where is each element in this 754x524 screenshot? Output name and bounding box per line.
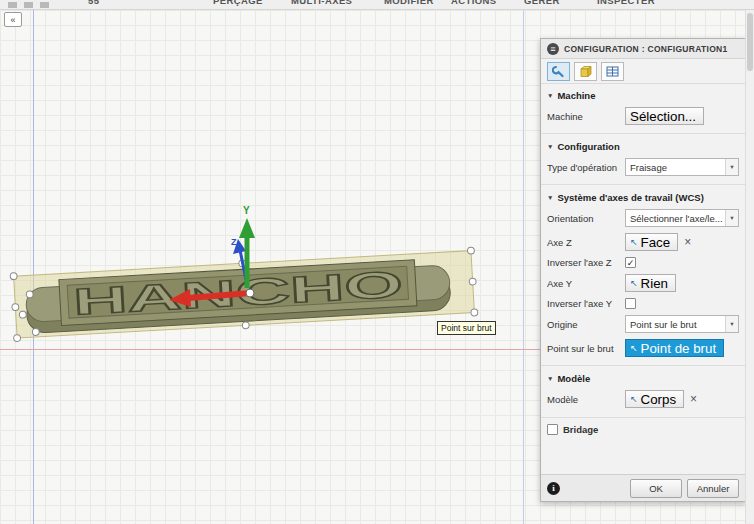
operation-type-value: Fraisage <box>630 162 725 173</box>
ribbon-toolbar: 55 PERÇAGE MULTI-AXES MODIFIER ACTIONS G… <box>0 0 754 10</box>
axis-z-clear-icon[interactable]: × <box>682 236 693 248</box>
origin-label: Origine <box>547 319 625 330</box>
origin-value: Point sur le brut <box>630 319 725 330</box>
info-icon[interactable]: i <box>547 482 560 495</box>
tab-stock[interactable] <box>574 62 597 81</box>
model-clear-icon[interactable]: × <box>688 393 699 405</box>
section-wcs-title: Système d'axes de travail (WCS) <box>557 192 703 203</box>
browser-collapse-button[interactable]: « <box>4 12 22 27</box>
ribbon-tool-icon[interactable] <box>24 2 33 8</box>
stock-point-label: Point sur le brut <box>547 343 625 354</box>
dialog-titlebar[interactable]: ≡ CONFIGURATION : CONFIGURATION1 <box>541 39 745 59</box>
machine-select-button[interactable]: Sélection... <box>625 107 704 125</box>
section-configuration-title: Configuration <box>557 141 619 152</box>
origin-row: Origine Point sur le brut ▼ <box>541 312 745 336</box>
chevron-down-icon: ▼ <box>725 316 738 332</box>
fusion-manufacture-app: 55 PERÇAGE MULTI-AXES MODIFIER ACTIONS G… <box>0 0 754 524</box>
operation-type-dropdown[interactable]: Fraisage ▼ <box>625 158 739 176</box>
orientation-value: Sélectionner l'axe/le... <box>630 213 725 224</box>
section-machine-title: Machine <box>557 90 595 101</box>
divider <box>541 184 745 185</box>
section-model-title: Modèle <box>557 373 590 384</box>
dialog-footer: i OK Annuler <box>541 474 745 501</box>
stock-point-value: Point de brut <box>641 341 717 356</box>
collapse-triangle-icon: ▼ <box>547 375 553 382</box>
clamping-checkbox[interactable] <box>547 424 558 435</box>
axis-z-label: Axe Z <box>547 237 625 248</box>
tab-configuration[interactable] <box>547 62 570 81</box>
ribbon-group-actions[interactable]: ACTIONS <box>451 0 497 6</box>
orientation-label: Orientation <box>547 213 625 224</box>
model-row: Modèle ↖ Corps × <box>541 387 745 411</box>
model-label: Modèle <box>547 394 625 405</box>
axis-y-row: Axe Y ↖ Rien <box>541 271 745 295</box>
section-model[interactable]: ▼ Modèle <box>541 367 745 387</box>
tab-post-process[interactable] <box>601 62 624 81</box>
axis-z-value: Face <box>641 235 671 250</box>
divider <box>541 365 745 366</box>
invert-y-label: Inverser l'axe Y <box>547 298 625 309</box>
wrench-icon <box>552 65 565 78</box>
divider <box>541 133 745 134</box>
cancel-button[interactable]: Annuler <box>687 479 739 498</box>
select-cursor-icon: ↖ <box>630 343 638 353</box>
clamping-section: Bridage <box>541 417 745 441</box>
setup-icon: ≡ <box>547 43 559 55</box>
collapse-icon: « <box>10 15 15 25</box>
axis-y-value: Rien <box>641 276 668 291</box>
ribbon-group-gerer[interactable]: GÉRER <box>524 0 560 6</box>
stock-point-select-button[interactable]: ↖ Point de brut <box>625 339 724 357</box>
ribbon-group-label[interactable]: 55 <box>88 0 99 6</box>
invert-y-checkbox[interactable] <box>625 298 636 309</box>
axis-y-select-button[interactable]: ↖ Rien <box>625 274 676 292</box>
invert-y-row: Inverser l'axe Y <box>541 295 745 312</box>
y-axis-label: Y <box>243 205 250 216</box>
ribbon-tool-icon[interactable] <box>8 2 17 8</box>
axis-z-row: Axe Z ↖ Face × <box>541 230 745 254</box>
operation-type-row: Type d'opération Fraisage ▼ <box>541 155 745 179</box>
dialog-tabs <box>541 59 745 84</box>
stock-point-row: Point sur le brut ↖ Point de brut <box>541 336 745 360</box>
ribbon-group-percage[interactable]: PERÇAGE <box>213 0 263 6</box>
configuration-dialog: ≡ CONFIGURATION : CONFIGURATION1 <box>540 38 746 502</box>
selection-tooltip: Point sur brut <box>437 321 496 335</box>
model-canvas: HANCHO Z Y <box>0 10 540 524</box>
section-configuration[interactable]: ▼ Configuration <box>541 135 745 155</box>
section-machine[interactable]: ▼ Machine <box>541 84 745 104</box>
model-select-button[interactable]: ↖ Corps <box>625 390 684 408</box>
stock-cube-icon <box>579 65 592 78</box>
ribbon-group-multiaxes[interactable]: MULTI-AXES <box>291 0 352 6</box>
origin-dropdown[interactable]: Point sur le brut ▼ <box>625 315 739 333</box>
axis-z-select-button[interactable]: ↖ Face <box>625 233 678 251</box>
dialog-title: CONFIGURATION : CONFIGURATION1 <box>564 44 728 54</box>
invert-z-row: Inverser l'axe Z ✓ <box>541 254 745 271</box>
section-wcs[interactable]: ▼ Système d'axes de travail (WCS) <box>541 186 745 206</box>
select-cursor-icon: ↖ <box>630 278 638 288</box>
ribbon-group-inspecter[interactable]: INSPECTER <box>597 0 655 6</box>
table-icon <box>606 65 619 78</box>
operation-type-label: Type d'opération <box>547 162 625 173</box>
wcs-origin-point[interactable] <box>246 289 254 297</box>
select-cursor-icon: ↖ <box>630 394 638 404</box>
vertical-scrollbar[interactable] <box>745 10 754 524</box>
scrollbar-thumb[interactable] <box>747 13 753 71</box>
axis-y-label: Axe Y <box>547 278 625 289</box>
machine-row: Machine Sélection... <box>541 104 745 128</box>
collapse-triangle-icon: ▼ <box>547 92 553 99</box>
invert-z-checkbox[interactable]: ✓ <box>625 257 636 268</box>
ok-button[interactable]: OK <box>630 479 682 498</box>
collapse-triangle-icon: ▼ <box>547 194 553 201</box>
collapse-triangle-icon: ▼ <box>547 143 553 150</box>
ribbon-group-modifier[interactable]: MODIFIER <box>384 0 434 6</box>
clamping-label: Bridage <box>563 424 598 435</box>
chevron-down-icon: ▼ <box>725 159 738 175</box>
invert-z-label: Inverser l'axe Z <box>547 257 625 268</box>
chevron-down-icon: ▼ <box>725 210 738 226</box>
model-value: Corps <box>641 392 677 407</box>
machine-label: Machine <box>547 111 625 122</box>
select-cursor-icon: ↖ <box>630 237 638 247</box>
orientation-dropdown[interactable]: Sélectionner l'axe/le... ▼ <box>625 209 739 227</box>
ribbon-tool-icon[interactable] <box>40 2 49 8</box>
z-axis-label: Z <box>231 237 237 247</box>
orientation-row: Orientation Sélectionner l'axe/le... ▼ <box>541 206 745 230</box>
